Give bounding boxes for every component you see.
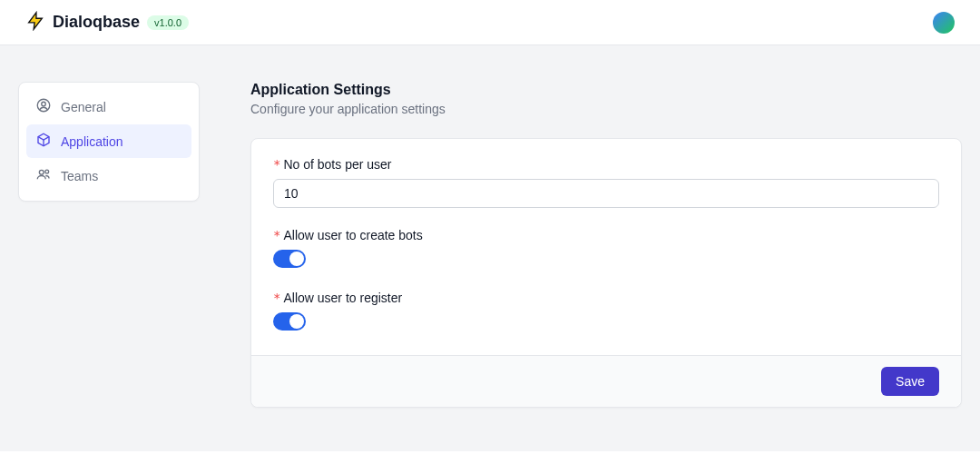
user-circle-icon	[35, 97, 52, 116]
page-body: General Application	[0, 45, 980, 451]
header-left: Dialoqbase v1.0.0	[25, 11, 189, 34]
no-of-bots-input[interactable]	[273, 179, 939, 208]
page-title: Application Settings	[250, 82, 962, 98]
label-text: No of bots per user	[283, 157, 391, 172]
svg-point-1	[42, 102, 46, 106]
allow-create-bots-label: *Allow user to create bots	[273, 228, 939, 242]
sidebar-item-label: General	[61, 100, 106, 114]
save-button[interactable]: Save	[881, 367, 939, 396]
no-of-bots-label: *No of bots per user	[273, 157, 939, 172]
field-no-of-bots: *No of bots per user	[273, 157, 939, 208]
sidebar: General Application	[18, 82, 200, 202]
sidebar-item-label: Teams	[61, 169, 98, 183]
settings-card: *No of bots per user *Allow user to crea…	[250, 138, 962, 408]
label-text: Allow user to register	[283, 291, 402, 305]
page-subtitle: Configure your application settings	[250, 102, 962, 116]
version-badge: v1.0.0	[147, 15, 189, 30]
sidebar-item-application[interactable]: Application	[26, 124, 191, 158]
card-footer: Save	[251, 355, 961, 407]
content: Application Settings Configure your appl…	[250, 82, 962, 408]
allow-register-label: *Allow user to register	[273, 291, 939, 305]
sidebar-item-general[interactable]: General	[26, 90, 191, 123]
sidebar-item-label: Application	[61, 134, 123, 149]
label-text: Allow user to create bots	[283, 228, 422, 242]
field-allow-create-bots: *Allow user to create bots	[273, 228, 939, 271]
bolt-icon	[25, 11, 45, 34]
allow-create-bots-toggle[interactable]	[273, 250, 306, 268]
svg-point-3	[45, 170, 49, 173]
users-icon	[35, 166, 52, 185]
allow-register-toggle[interactable]	[273, 312, 306, 331]
cube-icon	[35, 132, 52, 151]
avatar[interactable]	[933, 12, 955, 34]
field-allow-register: *Allow user to register	[273, 291, 939, 333]
svg-point-2	[39, 170, 44, 174]
app-name: Dialoqbase	[53, 13, 140, 32]
header: Dialoqbase v1.0.0	[0, 0, 980, 45]
sidebar-item-teams[interactable]: Teams	[26, 159, 191, 192]
